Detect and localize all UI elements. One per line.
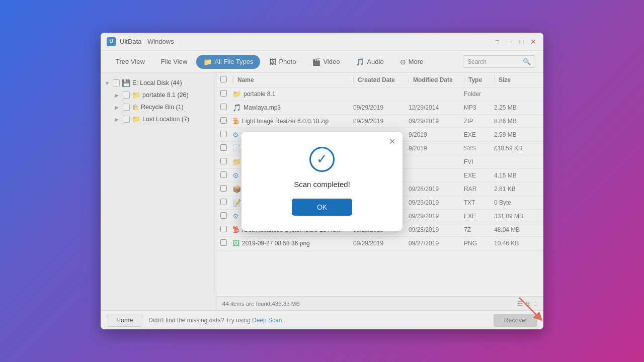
modal-message: Scan completed!: [262, 180, 382, 189]
check-circle: ✓: [309, 147, 335, 172]
modal-close-button[interactable]: ✕: [389, 137, 395, 146]
ok-button[interactable]: OK: [292, 199, 352, 216]
modal-overlay: ✕ ✓ Scan completed! OK: [101, 33, 543, 329]
scan-complete-modal: ✕ ✓ Scan completed! OK: [242, 132, 403, 231]
main-window: U UltData - Windows ≡ ─ □ ✕ Tree View Fi…: [101, 33, 543, 329]
